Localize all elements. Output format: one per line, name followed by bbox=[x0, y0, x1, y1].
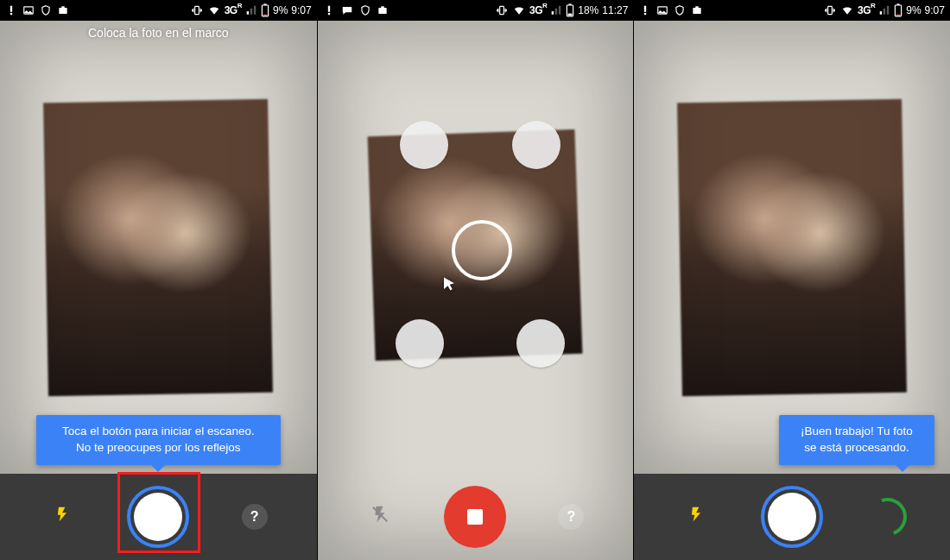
screen-3: 3GR 9% 9:07 ¡Buen trabajo! Tu foto se es… bbox=[633, 0, 950, 560]
signal-icon bbox=[550, 4, 562, 16]
status-right: 3GR 18% 11:27 bbox=[495, 3, 628, 17]
scan-target-top-right bbox=[512, 121, 560, 169]
stop-scan-button[interactable] bbox=[444, 486, 506, 548]
bottom-bar: ? bbox=[318, 474, 634, 560]
svg-rect-16 bbox=[644, 6, 646, 12]
warning-icon bbox=[323, 4, 335, 16]
svg-rect-1 bbox=[10, 13, 12, 15]
scan-center-ring bbox=[452, 220, 512, 280]
start-scan-tooltip: Toca el botón para iniciar el escaneo. N… bbox=[36, 415, 281, 465]
status-left-icons bbox=[639, 4, 703, 16]
briefcase-icon bbox=[691, 4, 703, 16]
camera-viewfinder[interactable] bbox=[0, 21, 317, 474]
wifi-icon bbox=[207, 4, 221, 16]
svg-rect-3 bbox=[59, 8, 66, 14]
image-icon bbox=[656, 4, 668, 16]
status-bar: 3GR 9% 9:07 bbox=[0, 0, 317, 21]
image-icon bbox=[22, 4, 35, 16]
svg-rect-8 bbox=[327, 6, 329, 12]
network-label: 3GR bbox=[858, 4, 875, 16]
scan-target-bottom-left bbox=[396, 319, 444, 368]
processing-spinner bbox=[863, 492, 913, 542]
clock: 11:27 bbox=[602, 4, 628, 16]
svg-rect-23 bbox=[896, 15, 901, 16]
status-left-icons bbox=[323, 4, 389, 16]
shield-icon bbox=[674, 4, 686, 16]
photo-preview bbox=[43, 98, 273, 395]
clock: 9:07 bbox=[925, 4, 945, 16]
battery-icon bbox=[261, 3, 269, 17]
warning-icon bbox=[5, 4, 17, 16]
svg-rect-11 bbox=[500, 6, 504, 14]
status-right: 3GR 9% 9:07 bbox=[190, 3, 312, 17]
signal-icon bbox=[878, 4, 890, 16]
help-button[interactable]: ? bbox=[242, 504, 268, 530]
svg-rect-10 bbox=[378, 8, 386, 14]
briefcase-icon bbox=[57, 4, 69, 16]
briefcase-icon bbox=[377, 4, 389, 16]
network-label: 3GR bbox=[225, 4, 242, 16]
status-right: 3GR 9% 9:07 bbox=[823, 3, 945, 17]
status-bar: 3GR 18% 11:27 bbox=[318, 0, 634, 21]
tooltip-line2: se está procesando. bbox=[791, 440, 922, 456]
svg-rect-4 bbox=[194, 6, 199, 14]
svg-rect-17 bbox=[644, 13, 646, 15]
shutter-button[interactable] bbox=[761, 486, 823, 548]
battery-percent: 9% bbox=[273, 4, 288, 16]
svg-rect-13 bbox=[569, 3, 572, 5]
svg-rect-7 bbox=[263, 15, 268, 16]
vibrate-icon bbox=[495, 4, 509, 16]
svg-rect-20 bbox=[828, 6, 833, 14]
shield-icon bbox=[40, 4, 52, 16]
message-icon bbox=[340, 4, 354, 16]
screen-2: 3GR 18% 11:27 bbox=[317, 0, 634, 560]
scan-target-top-left bbox=[400, 121, 448, 169]
tooltip-line2: No te preocupes por los reflejos bbox=[48, 440, 269, 456]
battery-icon bbox=[566, 3, 574, 17]
instruction-title: Coloca la foto en el marco bbox=[0, 26, 317, 40]
flash-disabled-icon[interactable] bbox=[370, 503, 390, 531]
triptych: 3GR 9% 9:07 Coloca la foto en el marco T… bbox=[0, 0, 950, 560]
stop-icon bbox=[467, 509, 483, 525]
battery-percent: 9% bbox=[906, 4, 921, 16]
shield-icon bbox=[359, 4, 371, 16]
screen-1: 3GR 9% 9:07 Coloca la foto en el marco T… bbox=[0, 0, 317, 560]
wifi-icon bbox=[840, 4, 854, 16]
wifi-icon bbox=[512, 4, 526, 16]
photo-preview bbox=[677, 98, 907, 395]
status-bar: 3GR 9% 9:07 bbox=[634, 0, 950, 21]
flash-toggle-button[interactable] bbox=[687, 502, 705, 532]
tutorial-highlight-box bbox=[117, 472, 200, 553]
tooltip-line1: Toca el botón para iniciar el escaneo. bbox=[48, 424, 269, 440]
vibrate-icon bbox=[190, 4, 204, 16]
vibrate-icon bbox=[823, 4, 837, 16]
network-label: 3GR bbox=[529, 4, 547, 16]
svg-rect-22 bbox=[897, 3, 900, 5]
tooltip-line1: ¡Buen trabajo! Tu foto bbox=[791, 424, 922, 440]
svg-rect-6 bbox=[263, 3, 266, 5]
signal-icon bbox=[245, 4, 257, 16]
flash-toggle-button[interactable] bbox=[54, 502, 71, 532]
clock: 9:07 bbox=[291, 4, 311, 16]
help-button[interactable]: ? bbox=[558, 504, 584, 530]
svg-rect-0 bbox=[10, 6, 12, 12]
battery-icon bbox=[894, 3, 902, 17]
status-left-icons bbox=[5, 4, 69, 16]
svg-rect-9 bbox=[327, 13, 329, 15]
svg-rect-19 bbox=[694, 8, 701, 14]
svg-rect-14 bbox=[568, 14, 573, 16]
camera-viewfinder[interactable] bbox=[634, 21, 950, 474]
scan-target-bottom-right bbox=[516, 319, 565, 368]
battery-percent: 18% bbox=[578, 4, 598, 16]
warning-icon bbox=[639, 4, 651, 16]
bottom-bar bbox=[634, 474, 950, 560]
processing-tooltip: ¡Buen trabajo! Tu foto se está procesand… bbox=[779, 415, 934, 465]
cursor-icon bbox=[441, 276, 457, 295]
